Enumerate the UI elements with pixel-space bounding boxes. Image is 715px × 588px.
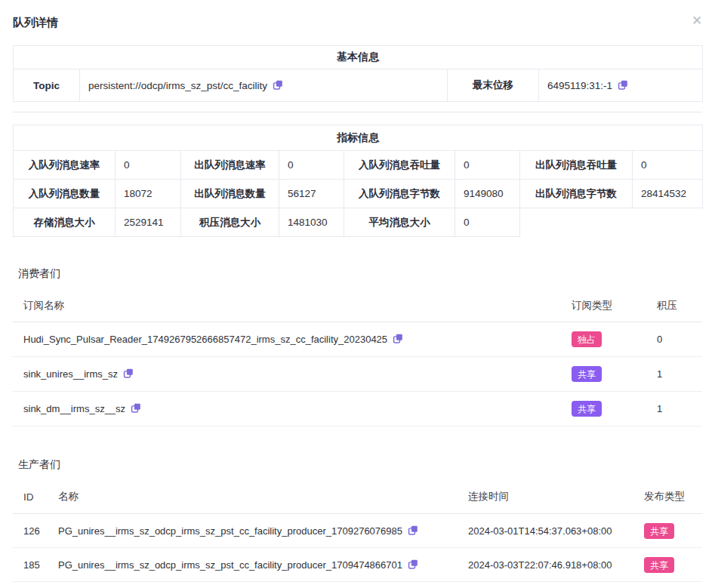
producer-connect-time: 2024-03-03T22:07:46.918+08:00	[458, 548, 633, 582]
close-icon[interactable]: ✕	[689, 13, 704, 28]
metric-label: 出队列消息吞吐量	[520, 151, 633, 180]
subscription-type-badge: 独占	[572, 331, 602, 347]
metric-value: 0	[633, 151, 703, 180]
subscription-type-badge: 共享	[572, 401, 602, 417]
column-header-connect-time: 连接时间	[458, 481, 633, 514]
metric-value: 0	[116, 151, 181, 180]
backlog-value: 1	[646, 391, 702, 426]
metric-label: 积压消息大小	[181, 208, 279, 237]
dialog-title: 队列详情	[13, 16, 58, 29]
producers-table: ID 名称 连接时间 发布类型 126 PG_unires__irms_sz_o…	[13, 481, 702, 583]
table-row: 入队列消息数量 18072 出队列消息数量 56127 入队列消息字节数 914…	[14, 180, 703, 208]
subscription-name: sink_unires__irms_sz	[23, 368, 118, 380]
backlog-value: 1	[646, 356, 702, 391]
producer-name: PG_unires__irms_sz_odcp_irms_sz_pst_cc_f…	[58, 559, 402, 571]
table-row: 入队列消息速率 0 出队列消息速率 0 入队列消息吞吐量 0 出队列消息吞吐量 …	[14, 151, 703, 180]
table-row: 存储消息大小 2529141 积压消息大小 1481030 平均消息大小 0	[14, 208, 703, 237]
metric-label: 入队列消息吞吐量	[344, 151, 455, 180]
metric-label: 出队列消息速率	[181, 151, 279, 180]
basic-info-table: 基本信息 Topic persistent://odcp/irms_sz_pst…	[13, 45, 703, 102]
section-divider	[13, 112, 702, 112]
last-offset-value: 6495119:31:-1	[547, 80, 612, 91]
copy-icon[interactable]	[408, 525, 418, 536]
metric-label: 入队列消息速率	[14, 151, 116, 180]
publish-type-badge: 共享	[644, 523, 674, 539]
table-row: sink_unires__irms_sz 共享 1	[13, 356, 702, 391]
subscription-name: Hudi_Sync_Pulsar_Reader_1749267952666857…	[23, 334, 387, 345]
table-row: 126 PG_unires__irms_sz_odcp_irms_sz_pst_…	[13, 514, 702, 548]
producer-connect-time: 2024-03-01T14:54:37.063+08:00	[458, 514, 633, 548]
basic-info-header: 基本信息	[14, 46, 703, 69]
producers-section-title: 生产者们	[18, 457, 715, 472]
metric-label: 平均消息大小	[344, 208, 455, 237]
metric-label: 出队列消息数量	[181, 180, 279, 208]
column-header-subscription-type: 订阅类型	[561, 290, 646, 322]
column-header-id: ID	[13, 481, 48, 514]
column-header-backlog: 积压	[646, 290, 702, 322]
producer-name: PG_unires__irms_sz_odcp_irms_sz_pst_cc_f…	[58, 525, 402, 537]
metric-label: 入队列消息数量	[14, 180, 116, 208]
table-row: 185 PG_unires__irms_sz_odcp_irms_sz_pst_…	[13, 548, 702, 582]
publish-type-badge: 共享	[644, 557, 674, 573]
metric-label: 出队列消息字节数	[520, 180, 633, 208]
metric-value: 9149080	[455, 180, 520, 208]
metric-value: 18072	[116, 180, 181, 208]
table-row: Topic persistent://odcp/irms_sz_pst/cc_f…	[14, 69, 703, 102]
backlog-value: 0	[646, 322, 702, 356]
copy-icon[interactable]	[408, 559, 418, 570]
copy-icon[interactable]	[131, 402, 141, 414]
metric-value: 1481030	[279, 208, 344, 237]
metrics-table: 指标信息 入队列消息速率 0 出队列消息速率 0 入队列消息吞吐量 0 出队列消…	[13, 125, 703, 237]
dialog-header: 队列详情 ✕	[0, 0, 715, 29]
column-header-publish-type: 发布类型	[633, 481, 702, 514]
copy-icon[interactable]	[273, 79, 283, 91]
subscription-name: sink_dm__irms_sz__sz	[23, 403, 125, 414]
metric-value: 0	[279, 151, 344, 180]
subscription-type-badge: 共享	[572, 366, 602, 382]
copy-icon[interactable]	[393, 333, 403, 344]
empty-cell	[520, 208, 703, 237]
metric-value: 0	[455, 208, 520, 237]
metrics-header: 指标信息	[14, 125, 703, 151]
topic-value: persistent://odcp/irms_sz_pst/cc_facilit…	[88, 80, 267, 91]
consumers-table: 订阅名称 订阅类型 积压 Hudi_Sync_Pulsar_Reader_174…	[13, 290, 702, 426]
last-offset-label: 最末位移	[448, 69, 539, 102]
copy-icon[interactable]	[123, 368, 134, 379]
table-row: Hudi_Sync_Pulsar_Reader_1749267952666857…	[13, 322, 702, 356]
column-header-name: 名称	[48, 481, 458, 514]
metric-value: 56127	[279, 180, 344, 208]
metric-label: 入队列消息字节数	[344, 180, 455, 208]
metric-value: 2529141	[116, 208, 181, 237]
producer-id: 185	[13, 548, 48, 582]
metric-value: 28414532	[633, 180, 703, 208]
topic-label: Topic	[14, 69, 80, 102]
metric-label: 存储消息大小	[14, 208, 116, 237]
producer-id: 126	[13, 514, 48, 548]
metric-value: 0	[455, 151, 520, 180]
copy-icon[interactable]	[618, 79, 628, 91]
column-header-subscription-name: 订阅名称	[13, 290, 561, 322]
table-row: sink_dm__irms_sz__sz 共享 1	[13, 391, 702, 426]
consumers-section-title: 消费者们	[18, 266, 715, 281]
